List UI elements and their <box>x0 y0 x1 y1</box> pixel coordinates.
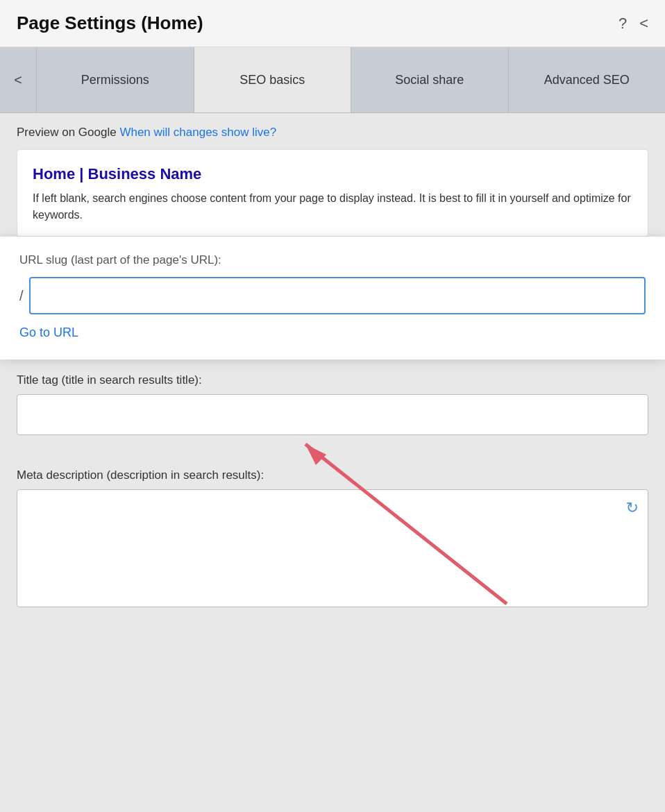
google-preview-description: If left blank, search engines choose con… <box>33 190 632 223</box>
title-tag-label: Title tag (title in search results title… <box>17 373 648 387</box>
url-slug-input-row: / <box>19 277 646 314</box>
section-divider <box>0 449 665 455</box>
title-tag-input[interactable] <box>17 394 648 435</box>
tabs-back-arrow[interactable]: < <box>0 47 36 112</box>
url-slug-label: URL slug (last part of the page's URL): <box>19 253 646 267</box>
meta-reset-icon[interactable]: ↺ <box>626 499 639 517</box>
page-title: Page Settings (Home) <box>17 12 203 34</box>
goto-url-link[interactable]: Go to URL <box>19 325 78 340</box>
tab-seo-basics[interactable]: SEO basics <box>194 47 351 112</box>
main-content: Preview on Google When will changes show… <box>0 113 665 624</box>
meta-description-wrap: ↺ <box>17 489 648 610</box>
url-slug-slash: / <box>19 288 24 304</box>
meta-description-label: Meta description (description in search … <box>17 468 648 482</box>
header-actions: ? < <box>618 15 648 33</box>
tabs-bar: < Permissions SEO basics Social share Ad… <box>0 47 665 113</box>
header: Page Settings (Home) ? < <box>0 0 665 47</box>
google-preview-title: Home | Business Name <box>33 165 632 183</box>
title-tag-section: Title tag (title in search results title… <box>0 360 665 449</box>
tab-social-share[interactable]: Social share <box>351 47 508 112</box>
help-icon[interactable]: ? <box>618 15 627 33</box>
google-preview-card: Home | Business Name If left blank, sear… <box>17 149 648 237</box>
meta-description-section: Meta description (description in search … <box>0 455 665 624</box>
preview-static-text: Preview on Google <box>17 126 117 139</box>
tab-permissions[interactable]: Permissions <box>36 47 194 112</box>
preview-bar: Preview on Google When will changes show… <box>0 113 665 149</box>
url-slug-input[interactable] <box>29 277 646 314</box>
meta-description-textarea[interactable] <box>17 489 648 607</box>
preview-link[interactable]: When will changes show live? <box>119 126 276 139</box>
back-icon[interactable]: < <box>639 15 648 33</box>
url-slug-card: URL slug (last part of the page's URL): … <box>0 237 665 360</box>
tab-advanced-seo[interactable]: Advanced SEO <box>508 47 666 112</box>
